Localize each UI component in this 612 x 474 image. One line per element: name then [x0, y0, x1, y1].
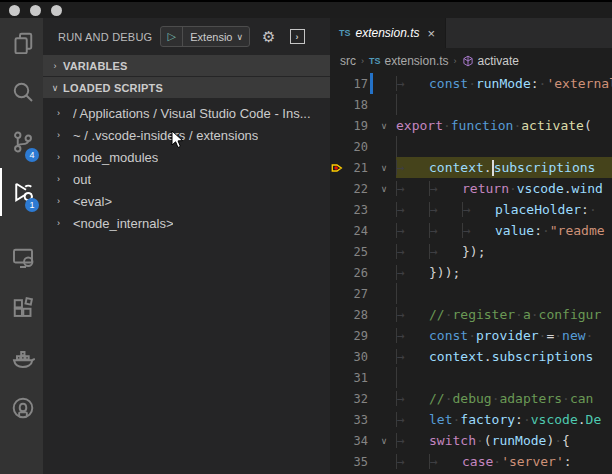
- docker-icon: [11, 346, 35, 370]
- editor-gutter[interactable]: 28: [330, 304, 396, 325]
- code-line-22[interactable]: 22∨→→return·vscode.wind: [330, 178, 612, 199]
- editor-gutter[interactable]: 22∨: [330, 178, 396, 199]
- editor-gutter[interactable]: 34∨: [330, 430, 396, 451]
- tree-item[interactable]: ›/ Applications / Visual Studio Code - I…: [43, 102, 330, 124]
- launch-config-label: Extensio: [183, 31, 234, 43]
- indent-guide: [396, 367, 429, 388]
- mouse-cursor: [170, 130, 186, 150]
- tree-item[interactable]: ›out: [43, 168, 330, 190]
- code-line-26[interactable]: 26→}));: [330, 262, 612, 283]
- tree-item[interactable]: ›<eval>: [43, 190, 330, 212]
- breadcrumb-folder[interactable]: src: [340, 54, 356, 68]
- line-number: 33: [344, 413, 368, 427]
- zoom-window-button[interactable]: [51, 5, 62, 16]
- fold-chevron-icon[interactable]: ∨: [374, 436, 394, 446]
- code-line-28[interactable]: 28→//·register·a·configur: [330, 304, 612, 325]
- code-line-20[interactable]: 20: [330, 136, 612, 157]
- editor-gutter[interactable]: 30: [330, 346, 396, 367]
- code-line-34[interactable]: 34∨→switch·(runMode)·{: [330, 430, 612, 451]
- code-line-29[interactable]: 29→const·provider·=·new·: [330, 325, 612, 346]
- tab-whitespace-icon: →: [429, 223, 462, 238]
- code-line-35[interactable]: 35→→case·'server':: [330, 451, 612, 472]
- editor-gutter[interactable]: 20: [330, 136, 396, 157]
- breadcrumb-file[interactable]: extension.ts: [385, 54, 449, 68]
- activity-item-run-and-debug[interactable]: 1: [0, 168, 43, 216]
- tab-whitespace-icon: →: [396, 181, 429, 196]
- editor-group: TS extension.ts × src › TS extension.ts …: [330, 18, 612, 474]
- chevron-right-icon: ›: [356, 56, 369, 66]
- section-loaded-scripts[interactable]: ∨ LOADED SCRIPTS: [43, 77, 330, 98]
- breadcrumb-symbol[interactable]: activate: [478, 54, 519, 68]
- line-number: 21: [344, 161, 368, 175]
- editor-gutter[interactable]: 19∨: [330, 115, 396, 136]
- tab-whitespace-icon: →: [462, 202, 495, 217]
- editor-gutter[interactable]: 23: [330, 199, 396, 220]
- indent-guide: [396, 94, 429, 115]
- activity-item-github[interactable]: [0, 384, 43, 432]
- section-label: LOADED SCRIPTS: [63, 82, 163, 94]
- code-line-19[interactable]: 19∨export·function·activate(: [330, 115, 612, 136]
- editor-gutter[interactable]: 25: [330, 241, 396, 262]
- activity-item-explorer[interactable]: [0, 18, 43, 66]
- editor-gutter[interactable]: 24: [330, 220, 396, 241]
- editor-gutter[interactable]: 33: [330, 409, 396, 430]
- editor-gutter[interactable]: 21∨: [330, 157, 396, 178]
- editor-gutter[interactable]: 17: [330, 73, 396, 94]
- tab-extension-ts[interactable]: TS extension.ts ×: [330, 18, 446, 48]
- badge-count: 4: [25, 148, 39, 162]
- code-area[interactable]: 17→const·runMode:·'external'1819∨export·…: [330, 73, 612, 474]
- line-number: 31: [344, 371, 368, 385]
- tree-item[interactable]: ›~ / .vscode-insiders / extensions: [43, 124, 330, 146]
- code-line-21[interactable]: 21∨→context.subscriptions: [330, 157, 612, 178]
- tab-whitespace-icon: →: [396, 391, 429, 406]
- editor-gutter[interactable]: 27: [330, 283, 396, 304]
- tree-item[interactable]: ›<node_internals>: [43, 212, 330, 234]
- code-line-24[interactable]: 24→→→value:·"readme: [330, 220, 612, 241]
- fold-chevron-icon[interactable]: ∨: [374, 184, 394, 194]
- launch-config-picker[interactable]: ▷ Extensio ∨: [160, 26, 250, 47]
- start-debugging-icon[interactable]: ▷: [161, 27, 183, 46]
- activity-item-extensions[interactable]: [0, 284, 43, 332]
- breakpoint-current-line-icon[interactable]: [331, 162, 343, 174]
- chevron-right-icon: ›: [57, 152, 73, 162]
- code-line-32[interactable]: 32→//·debug·adapters·can: [330, 388, 612, 409]
- line-number: 26: [344, 266, 368, 280]
- editor-gutter[interactable]: 26: [330, 262, 396, 283]
- code-line-17[interactable]: 17→const·runMode:·'external': [330, 73, 612, 94]
- code-line-33[interactable]: 33→let·factory:·vscode.De: [330, 409, 612, 430]
- chevron-right-icon: ›: [47, 61, 63, 71]
- code-line-31[interactable]: 31: [330, 367, 612, 388]
- debug-console-icon[interactable]: ›: [290, 29, 305, 44]
- typescript-file-icon: TS: [369, 56, 381, 66]
- fold-chevron-icon[interactable]: ∨: [374, 163, 394, 173]
- line-number: 24: [344, 224, 368, 238]
- fold-chevron-icon[interactable]: ∨: [374, 121, 394, 131]
- gear-icon[interactable]: ⚙: [262, 29, 275, 44]
- editor-gutter[interactable]: 29: [330, 325, 396, 346]
- close-tab-icon[interactable]: ×: [428, 26, 436, 41]
- code-line-18[interactable]: 18: [330, 94, 612, 115]
- activity-item-source-control[interactable]: 4: [0, 118, 43, 166]
- editor-gutter[interactable]: 31: [330, 367, 396, 388]
- editor-gutter[interactable]: 32: [330, 388, 396, 409]
- tab-whitespace-icon: →: [429, 244, 462, 259]
- close-window-button[interactable]: [9, 5, 20, 16]
- tab-whitespace-icon: →: [429, 454, 462, 469]
- activity-item-remote-explorer[interactable]: [0, 234, 43, 282]
- section-variables[interactable]: › VARIABLES: [43, 55, 330, 76]
- code-line-30[interactable]: 30→context.subscriptions: [330, 346, 612, 367]
- code-line-25[interactable]: 25→→});: [330, 241, 612, 262]
- line-number: 35: [344, 455, 368, 469]
- editor-gutter[interactable]: 35: [330, 451, 396, 472]
- activity-item-search[interactable]: [0, 68, 43, 116]
- editor-gutter[interactable]: 18: [330, 94, 396, 115]
- tree-item[interactable]: ›node_modules: [43, 146, 330, 168]
- tab-whitespace-icon: →: [462, 223, 495, 238]
- tab-whitespace-icon: →: [396, 433, 429, 448]
- code-line-23[interactable]: 23→→→placeHolder:·: [330, 199, 612, 220]
- code-line-27[interactable]: 27: [330, 283, 612, 304]
- tree-item-label: ~ / .vscode-insiders / extensions: [73, 128, 258, 143]
- minimize-window-button[interactable]: [30, 5, 41, 16]
- activity-item-docker[interactable]: [0, 334, 43, 382]
- tab-whitespace-icon: →: [396, 265, 429, 280]
